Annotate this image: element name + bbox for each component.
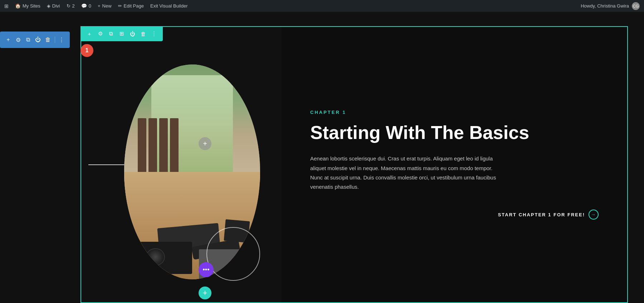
text-column: CHAPTER 1 Starting With The Basics Aenea…: [282, 27, 627, 302]
comments-count: 0: [89, 3, 91, 9]
scene-camera: [138, 242, 192, 274]
my-sites-icon: 🏠: [15, 3, 21, 9]
howdy-text: Howdy, Christina Gwira: [581, 3, 629, 9]
divi-icon: ◈: [47, 3, 50, 9]
section-add-button[interactable]: +: [86, 30, 93, 38]
section-settings-button[interactable]: ⚙: [96, 30, 104, 38]
new-menu[interactable]: + New: [98, 3, 112, 9]
chapter-label: CHAPTER 1: [310, 110, 599, 115]
section-toolbar: + ⚙ ⧉ ⊞ ⏻ 🗑 ⋮: [80, 26, 163, 41]
comments-icon: 💬: [81, 3, 87, 9]
main-content: + ⚙ ⧉ ⏻ 🗑 ⋮ + ⚙ ⧉ ⊞ ⏻ 🗑 ⋮ 1: [0, 12, 644, 303]
page-section: + ⚙ ⧉ ⊞ ⏻ 🗑 ⋮ 1: [80, 26, 628, 303]
cta-button[interactable]: START CHAPTER 1 FOR FREE! →: [310, 210, 599, 220]
duplicate-button[interactable]: ⧉: [25, 35, 31, 44]
comments-menu[interactable]: 💬 0: [81, 3, 91, 9]
edit-icon: ✏: [118, 3, 122, 9]
add-section-bottom-button[interactable]: +: [199, 287, 211, 299]
toolbar-separator: [55, 37, 55, 43]
circle-decoration: [206, 227, 260, 281]
cta-arrow-circle: →: [589, 210, 599, 220]
more-options-purple-button[interactable]: •••: [199, 262, 214, 277]
ellipsis-icon: •••: [203, 266, 210, 274]
section-columns-button[interactable]: ⊞: [118, 30, 126, 38]
wp-logo[interactable]: ⊞: [4, 3, 9, 9]
avatar[interactable]: CG: [632, 2, 640, 10]
section-more-button[interactable]: ⋮: [150, 30, 158, 38]
settings-button[interactable]: ⚙: [15, 35, 21, 44]
exit-builder-label: Exit Visual Builder: [150, 3, 188, 9]
section-disable-button[interactable]: ⏻: [128, 30, 136, 38]
add-row-button[interactable]: +: [199, 137, 211, 150]
section-number-badge: 1: [80, 44, 93, 57]
image-column: [81, 27, 282, 302]
divi-menu[interactable]: ◈ Divi: [47, 3, 60, 9]
edit-page-label: Edit Page: [124, 3, 144, 9]
admin-user-area: Howdy, Christina Gwira CG: [581, 2, 640, 10]
add-section-button[interactable]: +: [5, 35, 11, 44]
divi-label: Divi: [52, 3, 60, 9]
camera-lens: [146, 248, 165, 266]
plus-icon: +: [203, 140, 207, 148]
more-options-button[interactable]: ⋮: [58, 35, 65, 44]
section-delete-button[interactable]: 🗑: [139, 30, 147, 38]
my-sites-menu[interactable]: 🏠 My Sites: [15, 3, 40, 9]
new-label: New: [102, 3, 112, 9]
delete-button[interactable]: 🗑: [45, 35, 51, 44]
wp-icon: ⊞: [4, 3, 9, 9]
disable-button[interactable]: ⏻: [35, 35, 41, 44]
admin-bar: ⊞ 🏠 My Sites ◈ Divi ↻ 2 💬 0 + New ✏ Edit…: [0, 0, 644, 12]
cta-text: START CHAPTER 1 FOR FREE!: [498, 212, 585, 217]
cta-arrow-icon: →: [591, 212, 596, 217]
section-duplicate-button[interactable]: ⧉: [107, 30, 115, 38]
exit-builder-btn[interactable]: Exit Visual Builder: [150, 3, 188, 9]
updates-menu[interactable]: ↻ 2: [67, 3, 75, 9]
plus-icon: +: [98, 3, 101, 9]
plus-bottom-icon: +: [203, 288, 208, 298]
updates-count: 2: [72, 3, 75, 9]
section-left-toolbar: + ⚙ ⧉ ⏻ 🗑 ⋮: [0, 32, 70, 48]
updates-icon: ↻: [67, 3, 70, 9]
edit-page-btn[interactable]: ✏ Edit Page: [118, 3, 144, 9]
chapter-title: Starting With The Basics: [310, 122, 599, 144]
my-sites-label: My Sites: [23, 3, 40, 9]
chapter-description: Aenean lobortis scelerisque dui. Cras ut…: [310, 154, 496, 192]
